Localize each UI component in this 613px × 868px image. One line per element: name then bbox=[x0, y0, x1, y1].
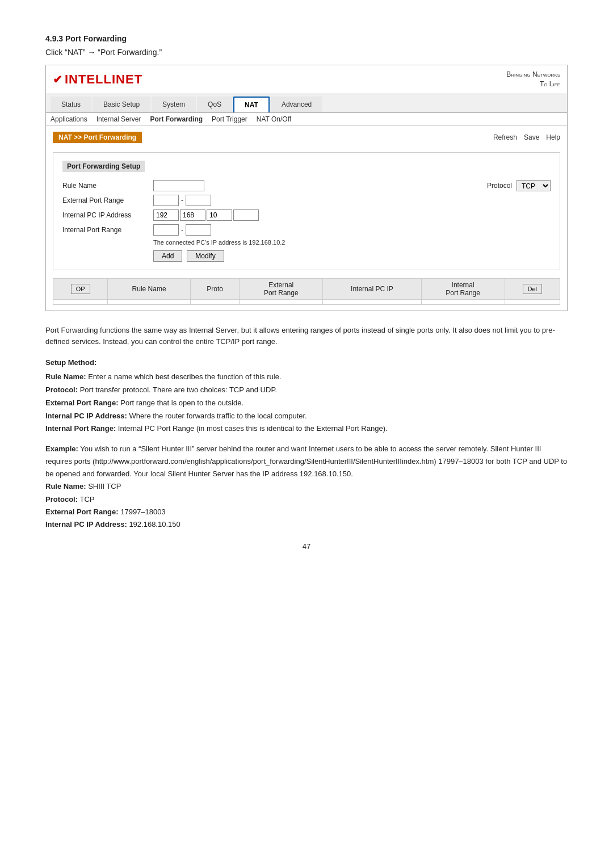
dash-separator: - bbox=[181, 196, 183, 204]
example-protocol: Protocol: TCP bbox=[45, 493, 568, 506]
example-ext-port: External Port Range: 17997–18003 bbox=[45, 506, 568, 518]
sub-nav-nat-onoff[interactable]: NAT On/Off bbox=[257, 115, 291, 123]
setup-box-title: Port Forwarding Setup bbox=[62, 161, 145, 172]
example-internal-ip: Internal PC IP Address: 192.168.10.150 bbox=[45, 518, 568, 531]
internal-ip-method-text: Where the router forwards traffic to the… bbox=[127, 412, 307, 420]
bringing-line2: To Life bbox=[506, 79, 560, 89]
sub-nav-internal-server[interactable]: Internal Server bbox=[96, 115, 141, 123]
setup-method-items: Rule Name: Enter a name which best descr… bbox=[45, 371, 568, 435]
click-instruction: Click “NAT” → “Port Forwarding.” bbox=[45, 48, 568, 57]
sub-nav-port-forwarding[interactable]: Port Forwarding bbox=[150, 115, 203, 123]
protocol-method-text: Port transfer protocol. There are two ch… bbox=[78, 385, 277, 394]
tab-qos[interactable]: QoS bbox=[197, 97, 232, 112]
nav-tabs: Status Basic Setup System QoS NAT Advanc… bbox=[46, 94, 567, 113]
example-rule-name-bold: Rule Name: bbox=[45, 482, 86, 490]
col-internal-port-range: InternalPort Range bbox=[421, 278, 505, 299]
rule-name-method-item: Rule Name: Enter a name which best descr… bbox=[45, 371, 568, 383]
rule-name-label: Rule Name bbox=[62, 182, 153, 190]
rule-name-row: Rule Name Protocol TCP UDP Both bbox=[62, 180, 551, 191]
example-internal-ip-value: 192.168.10.150 bbox=[127, 520, 180, 529]
content-area: NAT >> Port Forwarding Refresh Save Help… bbox=[46, 126, 567, 311]
int-port-end-input[interactable] bbox=[186, 224, 211, 236]
col-rule-name: Rule Name bbox=[108, 278, 191, 299]
modify-button[interactable]: Modify bbox=[187, 250, 224, 262]
ext-port-method-item: External Port Range: Port range that is … bbox=[45, 397, 568, 409]
form-buttons: Add Modify bbox=[153, 250, 551, 262]
example-internal-ip-bold: Internal PC IP Address: bbox=[45, 520, 127, 529]
page-number: 47 bbox=[45, 542, 568, 551]
col-internal-pc-ip: Internal PC IP bbox=[323, 278, 421, 299]
ip-parts bbox=[153, 209, 259, 221]
ip-octet3-input[interactable] bbox=[207, 209, 232, 221]
logo-text: INTELLINET bbox=[65, 72, 142, 87]
router-header: ✔ INTELLINET Bringing Networks To Life bbox=[46, 65, 567, 94]
ext-port-start-input[interactable] bbox=[153, 195, 179, 206]
int-port-start-input[interactable] bbox=[153, 224, 179, 236]
tab-status[interactable]: Status bbox=[51, 97, 91, 112]
tab-basic-setup[interactable]: Basic Setup bbox=[93, 97, 150, 112]
ext-port-method-text: Port range that is open to the outside. bbox=[119, 399, 243, 407]
tab-advanced[interactable]: Advanced bbox=[271, 97, 322, 112]
sub-nav-applications[interactable]: Applications bbox=[51, 115, 87, 123]
col-op: OP bbox=[53, 278, 108, 299]
section-title-text: Port Forwarding bbox=[65, 34, 127, 43]
section-heading: 4.9.3 Port Forwarding Click “NAT” → “Por… bbox=[45, 34, 568, 57]
col-proto: Proto bbox=[190, 278, 239, 299]
port-forwarding-table: OP Rule Name Proto ExternalPort Range In… bbox=[53, 278, 560, 305]
internal-port-range-row: Internal Port Range - bbox=[62, 224, 551, 236]
internal-ip-method-item: Internal PC IP Address: Where the router… bbox=[45, 410, 568, 422]
rule-name-method-text: Enter a name which best describes the fu… bbox=[86, 372, 282, 381]
tab-system[interactable]: System bbox=[152, 97, 196, 112]
ext-port-bold: External Port Range: bbox=[45, 399, 119, 407]
internal-ip-label: Internal PC IP Address bbox=[62, 211, 153, 219]
section-number: 4.9.3 bbox=[45, 34, 63, 43]
internal-port-method-item: Internal Port Range: Internal PC Port Ra… bbox=[45, 423, 568, 435]
example-rule-name: Rule Name: SHIII TCP bbox=[45, 480, 568, 493]
setup-method-title: Setup Method: bbox=[45, 358, 568, 367]
external-port-range-label: External Port Range bbox=[62, 196, 153, 204]
protocol-method-item: Protocol: Port transfer protocol. There … bbox=[45, 384, 568, 396]
example-protocol-bold: Protocol: bbox=[45, 495, 78, 504]
save-button[interactable]: Save bbox=[524, 133, 539, 141]
port-forwarding-setup-box: Port Forwarding Setup Rule Name Protocol… bbox=[53, 152, 560, 270]
protocol-bold: Protocol: bbox=[45, 385, 78, 394]
breadcrumb-actions: Refresh Save Help bbox=[493, 133, 560, 141]
internal-ip-bold: Internal PC IP Address: bbox=[45, 412, 127, 420]
rule-name-input[interactable] bbox=[153, 180, 204, 191]
example-ext-port-bold: External Port Range: bbox=[45, 508, 119, 516]
example-bold: Example: bbox=[45, 445, 78, 453]
example-block: Example: You wish to run a “Silent Hunte… bbox=[45, 443, 568, 531]
del-table-button[interactable]: Del bbox=[523, 284, 543, 294]
breadcrumb-bar: NAT >> Port Forwarding Refresh Save Help bbox=[53, 132, 560, 143]
ip-octet1-input[interactable] bbox=[153, 209, 179, 221]
example-text: You wish to run a “Silent Hunter III” se… bbox=[45, 445, 567, 478]
router-ui: ✔ INTELLINET Bringing Networks To Life S… bbox=[45, 65, 568, 311]
tab-nat[interactable]: NAT bbox=[233, 97, 270, 112]
internal-port-method-text: Internal PC Port Range (in most cases th… bbox=[116, 424, 387, 433]
op-table-button[interactable]: OP bbox=[71, 284, 90, 294]
protocol-select[interactable]: TCP UDP Both bbox=[517, 180, 551, 191]
example-protocol-value: TCP bbox=[78, 495, 94, 504]
ip-note: The connected PC's IP address is 192.168… bbox=[153, 239, 551, 246]
int-dash-separator: - bbox=[181, 226, 183, 234]
internal-ip-row: Internal PC IP Address bbox=[62, 209, 551, 221]
intellinet-logo: ✔ INTELLINET bbox=[53, 72, 142, 87]
description-text: Port Forwarding functions the same way a… bbox=[45, 325, 568, 349]
refresh-button[interactable]: Refresh bbox=[493, 133, 517, 141]
bringing-line1: Bringing Networks bbox=[506, 70, 560, 79]
example-paragraph: Example: You wish to run a “Silent Hunte… bbox=[45, 443, 568, 480]
external-port-range-row: External Port Range - bbox=[62, 195, 551, 206]
ip-octet2-input[interactable] bbox=[180, 209, 205, 221]
rule-name-bold: Rule Name: bbox=[45, 372, 86, 381]
bringing-networks-tagline: Bringing Networks To Life bbox=[506, 70, 560, 89]
add-button[interactable]: Add bbox=[153, 250, 182, 262]
breadcrumb-label: NAT >> Port Forwarding bbox=[53, 132, 142, 143]
ip-octet4-input[interactable] bbox=[233, 209, 259, 221]
help-button[interactable]: Help bbox=[546, 133, 560, 141]
internal-port-range-label: Internal Port Range bbox=[62, 226, 153, 234]
sub-nav-port-trigger[interactable]: Port Trigger bbox=[212, 115, 247, 123]
protocol-label: Protocol bbox=[487, 182, 512, 190]
ext-port-end-input[interactable] bbox=[186, 195, 211, 206]
internal-port-bold: Internal Port Range: bbox=[45, 424, 116, 433]
col-del: Del bbox=[505, 278, 560, 299]
